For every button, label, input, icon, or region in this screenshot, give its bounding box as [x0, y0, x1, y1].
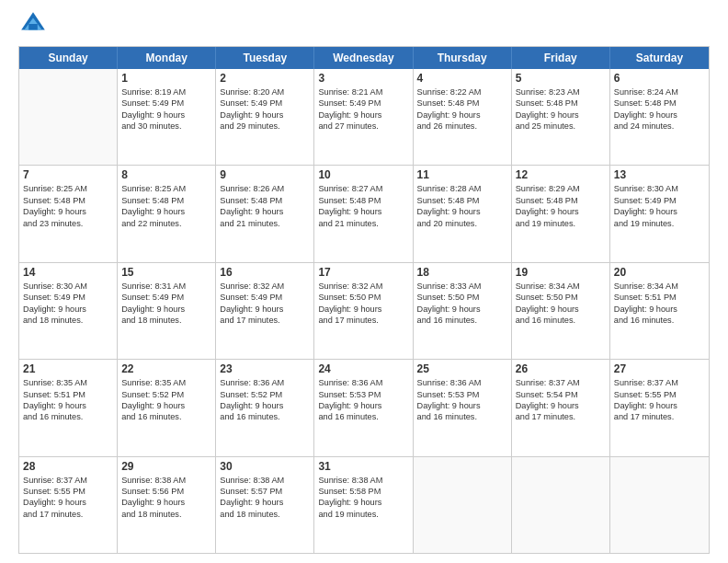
day-number: 16	[220, 266, 310, 279]
cell-info-line: Daylight: 9 hours	[23, 304, 113, 315]
cal-cell-0-4: 4Sunrise: 8:22 AMSunset: 5:48 PMDaylight…	[414, 69, 512, 165]
cell-info-line: Sunrise: 8:37 AM	[516, 377, 606, 388]
cell-info-line: Sunset: 5:58 PM	[318, 486, 408, 497]
cal-cell-3-2: 23Sunrise: 8:36 AMSunset: 5:52 PMDayligh…	[216, 360, 314, 455]
cell-info-line: and 19 minutes.	[318, 509, 408, 520]
cell-info-line: Sunset: 5:48 PM	[516, 98, 606, 109]
day-number: 26	[516, 362, 606, 375]
cell-info-line: Sunset: 5:50 PM	[417, 292, 507, 303]
cell-info-line: Daylight: 9 hours	[121, 109, 211, 121]
cal-cell-4-3: 31Sunrise: 8:38 AMSunset: 5:58 PMDayligh…	[314, 457, 413, 553]
day-number: 13	[614, 168, 705, 181]
cell-info-line: Sunset: 5:53 PM	[318, 389, 408, 400]
cell-info-line: Sunrise: 8:26 AM	[220, 183, 310, 194]
cell-info-line: Sunset: 5:48 PM	[516, 195, 606, 206]
cell-info-line: Daylight: 9 hours	[318, 400, 408, 411]
cell-info-line: Sunset: 5:49 PM	[220, 292, 310, 303]
header-tuesday: Tuesday	[216, 47, 314, 69]
cell-info-line: Sunset: 5:55 PM	[614, 389, 705, 400]
cell-info-line: Sunrise: 8:31 AM	[121, 281, 211, 292]
cell-info-line: Daylight: 9 hours	[318, 206, 408, 217]
cell-info-line: Sunset: 5:52 PM	[220, 389, 310, 400]
cell-info-line: and 16 minutes.	[121, 411, 211, 422]
cell-info-line: Sunrise: 8:34 AM	[516, 281, 606, 292]
cell-info-line: Sunset: 5:48 PM	[614, 98, 705, 109]
header-monday: Monday	[118, 47, 216, 69]
day-number: 28	[23, 460, 113, 473]
cell-info-line: and 17 minutes.	[318, 315, 408, 326]
day-number: 8	[121, 168, 211, 181]
cal-cell-4-5	[512, 457, 610, 553]
cell-info-line: Sunrise: 8:38 AM	[318, 475, 408, 486]
cal-cell-0-2: 2Sunrise: 8:20 AMSunset: 5:49 PMDaylight…	[216, 69, 314, 165]
day-number: 3	[318, 72, 408, 85]
cal-cell-2-3: 17Sunrise: 8:32 AMSunset: 5:50 PMDayligh…	[314, 263, 413, 359]
cal-cell-4-6	[610, 457, 709, 553]
cell-info-line: Sunset: 5:55 PM	[23, 486, 113, 497]
cell-info-line: Daylight: 9 hours	[516, 206, 606, 217]
cal-cell-4-4	[414, 457, 512, 553]
cell-info-line: Sunset: 5:49 PM	[220, 98, 310, 109]
cell-info-line: Sunset: 5:49 PM	[614, 195, 705, 206]
cell-info-line: and 18 minutes.	[121, 509, 211, 520]
cell-info-line: and 17 minutes.	[614, 411, 705, 422]
cal-cell-2-0: 14Sunrise: 8:30 AMSunset: 5:49 PMDayligh…	[19, 263, 118, 359]
cell-info-line: Daylight: 9 hours	[121, 497, 211, 508]
header-wednesday: Wednesday	[314, 47, 413, 69]
calendar: SundayMondayTuesdayWednesdayThursdayFrid…	[18, 46, 710, 554]
cell-info-line: and 29 minutes.	[220, 121, 310, 132]
cal-cell-2-1: 15Sunrise: 8:31 AMSunset: 5:49 PMDayligh…	[118, 263, 216, 359]
cal-cell-4-2: 30Sunrise: 8:38 AMSunset: 5:57 PMDayligh…	[216, 457, 314, 553]
cell-info-line: Sunset: 5:49 PM	[121, 292, 211, 303]
cell-info-line: Sunset: 5:56 PM	[121, 486, 211, 497]
cell-info-line: Sunrise: 8:38 AM	[220, 475, 310, 486]
cell-info-line: Daylight: 9 hours	[417, 206, 507, 217]
cell-info-line: and 20 minutes.	[417, 218, 507, 229]
day-number: 30	[220, 460, 310, 473]
day-number: 29	[121, 460, 211, 473]
day-number: 20	[614, 266, 705, 279]
cal-cell-2-5: 19Sunrise: 8:34 AMSunset: 5:50 PMDayligh…	[512, 263, 610, 359]
day-number: 4	[417, 72, 507, 85]
cell-info-line: Sunrise: 8:30 AM	[23, 281, 113, 292]
cell-info-line: Daylight: 9 hours	[23, 497, 113, 508]
week-row-0: 1Sunrise: 8:19 AMSunset: 5:49 PMDaylight…	[19, 69, 709, 166]
cal-cell-3-6: 27Sunrise: 8:37 AMSunset: 5:55 PMDayligh…	[610, 360, 709, 455]
cell-info-line: Sunrise: 8:25 AM	[23, 183, 113, 194]
cell-info-line: Daylight: 9 hours	[220, 497, 310, 508]
cell-info-line: Daylight: 9 hours	[417, 109, 507, 121]
cell-info-line: Sunrise: 8:19 AM	[121, 86, 211, 98]
day-number: 12	[516, 168, 606, 181]
cell-info-line: Sunset: 5:51 PM	[614, 292, 705, 303]
day-number: 9	[220, 168, 310, 181]
cell-info-line: Sunset: 5:49 PM	[318, 98, 408, 109]
day-number: 22	[121, 362, 211, 375]
day-number: 27	[614, 362, 705, 375]
cal-cell-0-6: 6Sunrise: 8:24 AMSunset: 5:48 PMDaylight…	[610, 69, 709, 165]
cal-cell-1-6: 13Sunrise: 8:30 AMSunset: 5:49 PMDayligh…	[610, 166, 709, 261]
cell-info-line: Daylight: 9 hours	[614, 109, 705, 121]
week-row-1: 7Sunrise: 8:25 AMSunset: 5:48 PMDaylight…	[19, 166, 709, 262]
cell-info-line: and 18 minutes.	[220, 509, 310, 520]
cell-info-line: Sunrise: 8:30 AM	[614, 183, 705, 194]
cell-info-line: and 19 minutes.	[614, 218, 705, 229]
cell-info-line: Sunrise: 8:29 AM	[516, 183, 606, 194]
day-number: 1	[121, 72, 211, 85]
cell-info-line: Daylight: 9 hours	[516, 400, 606, 411]
cell-info-line: Sunset: 5:48 PM	[23, 195, 113, 206]
cell-info-line: Sunrise: 8:35 AM	[23, 377, 113, 388]
cell-info-line: Daylight: 9 hours	[516, 304, 606, 315]
cell-info-line: Daylight: 9 hours	[614, 400, 705, 411]
cell-info-line: Sunrise: 8:37 AM	[23, 475, 113, 486]
cell-info-line: and 16 minutes.	[417, 315, 507, 326]
cell-info-line: Sunrise: 8:36 AM	[220, 377, 310, 388]
cell-info-line: Sunrise: 8:24 AM	[614, 86, 705, 98]
cell-info-line: and 18 minutes.	[121, 315, 211, 326]
cal-cell-1-2: 9Sunrise: 8:26 AMSunset: 5:48 PMDaylight…	[216, 166, 314, 261]
cell-info-line: Sunset: 5:48 PM	[121, 195, 211, 206]
cell-info-line: Sunset: 5:48 PM	[318, 195, 408, 206]
cell-info-line: Sunset: 5:54 PM	[516, 389, 606, 400]
cell-info-line: Daylight: 9 hours	[220, 400, 310, 411]
cell-info-line: Sunrise: 8:32 AM	[220, 281, 310, 292]
cell-info-line: Daylight: 9 hours	[516, 109, 606, 121]
